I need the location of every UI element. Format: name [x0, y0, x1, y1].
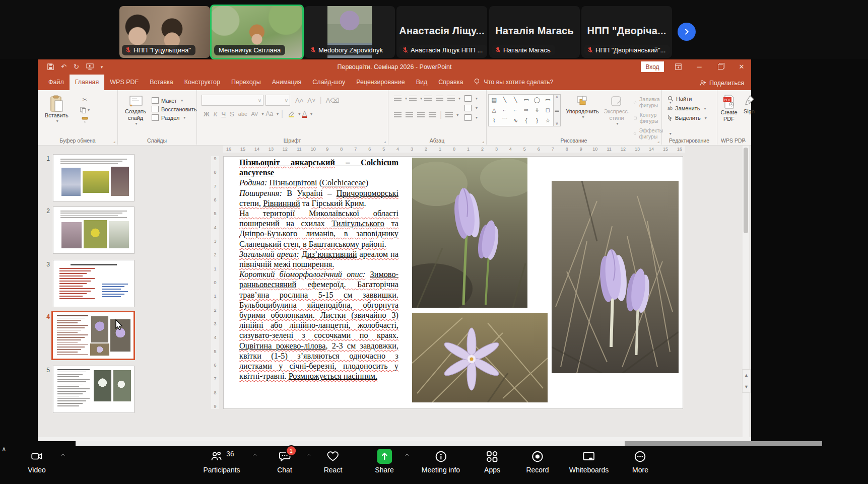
font-name-combobox[interactable]: ∨	[202, 95, 263, 106]
slide-thumbnail-3[interactable]	[53, 260, 135, 307]
redo-icon[interactable]: ↻	[74, 63, 79, 71]
clear-formatting-icon[interactable]: А⌫	[326, 97, 340, 104]
bullets-icon[interactable]	[394, 96, 402, 101]
toolbar-video-button[interactable]: Video	[28, 448, 46, 474]
toolbar-caret-icon[interactable]	[251, 452, 258, 457]
decrease-indent-icon[interactable]	[424, 96, 432, 101]
font-color-icon[interactable]: А	[302, 110, 307, 118]
decrease-font-icon[interactable]: А˅	[307, 97, 315, 104]
font-size-combobox[interactable]: ∨	[265, 95, 290, 106]
video-tile[interactable]: Мельничук Світлана	[210, 5, 304, 59]
hide-toolbar-icon[interactable]: ∧	[2, 445, 7, 453]
text-shadow-button[interactable]: abc	[238, 111, 247, 117]
ribbon-display-options-icon[interactable]	[670, 59, 687, 74]
video-tile[interactable]: Medobory Zapovidnyk	[304, 6, 395, 58]
font-dialog-launcher-icon[interactable]: ⌟	[384, 139, 386, 144]
bold-button[interactable]: Ж	[204, 110, 210, 118]
shapes-gallery-scrollbar[interactable]: ∧▬∨	[553, 94, 561, 126]
toolbar-share-button[interactable]: Share	[375, 448, 393, 474]
video-tile[interactable]: Анастасія Ліщу...Анастасія Ліщук НПП ...	[396, 6, 487, 58]
underline-button[interactable]: Ч	[221, 110, 226, 118]
vertical-scrollbar[interactable]	[743, 146, 749, 437]
convert-smartart-icon[interactable]: ▾	[464, 114, 478, 121]
tell-me-box[interactable]: Что вы хотите сделать?	[469, 74, 558, 90]
align-center-icon[interactable]	[406, 112, 413, 117]
collapse-ribbon-icon[interactable]: ∧	[743, 137, 746, 143]
increase-font-icon[interactable]: А˄	[295, 97, 303, 104]
toolbar-record-button[interactable]: Record	[526, 448, 549, 474]
new-slide-button[interactable]: Создать слайд▾	[121, 95, 150, 126]
slide-photo-crocus-pair[interactable]	[552, 181, 679, 373]
slide-thumbnail-5[interactable]	[53, 366, 135, 413]
tab-переходы[interactable]: Переходы	[226, 75, 266, 90]
next-participants-button[interactable]	[678, 23, 696, 41]
align-right-icon[interactable]	[417, 112, 425, 117]
vertical-ruler[interactable]: 9876543210123456789	[211, 156, 219, 409]
toolbar-whiteboards-button[interactable]: Whiteboards	[569, 448, 609, 474]
previous-slide-button[interactable]: ▲	[742, 369, 751, 381]
tab-файл[interactable]: Файл	[43, 75, 70, 90]
toolbar-caret-icon[interactable]	[404, 452, 410, 457]
close-button[interactable]: ✕	[733, 59, 750, 74]
minimize-button[interactable]: ─	[691, 59, 708, 74]
toolbar-more-button[interactable]: More	[632, 448, 648, 474]
text-direction-icon[interactable]: ▾	[464, 95, 478, 102]
numbering-icon[interactable]	[409, 96, 417, 101]
reset-button[interactable]: Восстановить	[152, 106, 196, 112]
format-painter-icon[interactable]	[80, 117, 90, 123]
replace-button[interactable]: abЗаменить▾	[667, 105, 707, 111]
columns-icon[interactable]	[445, 112, 453, 117]
justify-icon[interactable]	[429, 112, 436, 117]
character-spacing-button[interactable]: AV	[251, 111, 258, 117]
find-button[interactable]: Найти	[667, 96, 707, 102]
next-slide-button[interactable]: ▼	[742, 381, 751, 393]
tab-wps-pdf[interactable]: WPS PDF	[104, 75, 144, 90]
toolbar-apps-button[interactable]: Apps	[484, 448, 500, 474]
slide-canvas[interactable]: Пізньоцвіт анкарський – Colchicum ancyre…	[223, 156, 683, 409]
toolbar-participants-button[interactable]: 36Participants	[203, 448, 240, 474]
tab-слайд-шоу[interactable]: Слайд-шоу	[307, 75, 351, 90]
align-text-icon[interactable]: ▾	[464, 105, 478, 111]
toolbar-chat-button[interactable]: 1Chat	[277, 448, 292, 474]
section-button[interactable]: Раздел▾	[152, 114, 196, 121]
tab-рецензирование[interactable]: Рецензирование	[351, 75, 411, 90]
slide-photo-crocus-buds[interactable]	[412, 158, 527, 308]
quick-styles-button[interactable]: Экспресс-стили▾	[601, 95, 632, 126]
toolbar-react-button[interactable]: React	[324, 448, 343, 474]
sign-button[interactable]: Sign	[740, 94, 758, 115]
save-icon[interactable]	[47, 63, 54, 70]
drawing-dialog-launcher-icon[interactable]: ⌟	[657, 139, 659, 144]
paragraph-dialog-launcher-icon[interactable]: ⌟	[482, 139, 484, 144]
scrollbar-thumb[interactable]	[744, 148, 748, 233]
video-tile[interactable]: Наталія МагасьНаталія Магась	[489, 6, 580, 58]
slide-photo-crocus-open[interactable]	[412, 313, 548, 402]
horizontal-ruler[interactable]: 1615141312111098765432101234567891011121…	[223, 146, 685, 153]
strikethrough-button[interactable]: S	[230, 110, 234, 118]
toolbar-caret-icon[interactable]	[305, 452, 312, 457]
toolbar-meeting-info-button[interactable]: Meeting info	[422, 448, 460, 474]
tab-главная[interactable]: Главная	[70, 75, 105, 90]
tab-вид[interactable]: Вид	[411, 75, 433, 90]
slide-thumbnail-2[interactable]	[53, 206, 135, 254]
video-tile[interactable]: НПП "Гуцульщина"	[119, 6, 210, 58]
copy-icon[interactable]: ▾	[80, 107, 90, 113]
line-spacing-icon[interactable]	[447, 96, 455, 101]
shapes-gallery[interactable]: ▤╲╲▭◯▭ △⌐⌐⇨⇩◻ ⌇⌒∿{}☆	[488, 94, 554, 126]
select-button[interactable]: Выделить▾	[667, 115, 707, 121]
tab-справка[interactable]: Справка	[433, 75, 469, 90]
slide-thumbnail-1[interactable]	[53, 154, 135, 201]
clipboard-dialog-launcher-icon[interactable]: ⌟	[113, 139, 115, 144]
paste-button[interactable]: Вставить▾	[45, 95, 69, 124]
video-tile[interactable]: НПП "Дворіча...НПП "Дворічанський"...	[581, 6, 672, 58]
qat-customize-caret-icon[interactable]: ▾	[101, 64, 103, 70]
tab-вставка[interactable]: Вставка	[144, 75, 178, 90]
increase-indent-icon[interactable]	[436, 96, 443, 101]
layout-button[interactable]: Макет▾	[152, 97, 196, 104]
start-slideshow-icon[interactable]	[86, 63, 94, 70]
cut-icon[interactable]: ✂	[80, 96, 90, 103]
slide-text-block[interactable]: Пізньоцвіт анкарський – Colchicum ancyre…	[239, 158, 398, 407]
signin-button[interactable]: Вход	[641, 61, 664, 72]
tab-анимация[interactable]: Анимация	[266, 75, 307, 90]
change-case-button[interactable]: Aa	[265, 110, 273, 117]
tab-конструктор[interactable]: Конструктор	[179, 75, 226, 90]
